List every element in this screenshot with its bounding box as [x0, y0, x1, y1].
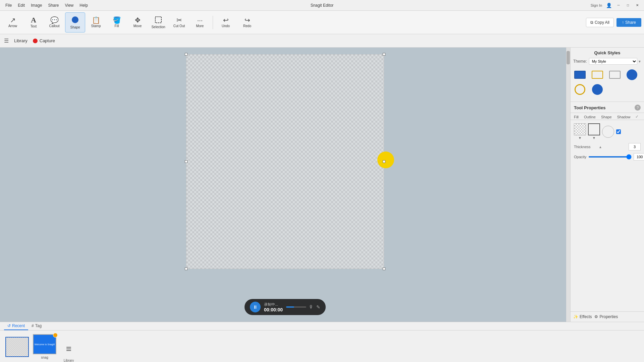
yellow-circle-annotation[interactable] [377, 152, 394, 168]
more-icon: ··· [197, 17, 203, 23]
handle-middle-right[interactable] [383, 160, 385, 163]
style-blue-circle[interactable] [625, 68, 639, 81]
thumb-blank[interactable] [5, 337, 29, 357]
tool-props-header: Tool Properties ? [571, 102, 644, 113]
menu-file[interactable]: File [3, 2, 14, 8]
handle-bottom-right[interactable] [383, 267, 385, 270]
tool-props-title: Tool Properties [574, 105, 605, 110]
tab-outline[interactable]: Outline [583, 114, 597, 120]
menu-view[interactable]: View [62, 2, 76, 8]
scrollbar-thumb[interactable] [567, 51, 570, 64]
handle-middle-left[interactable] [185, 160, 187, 163]
stamp-label: Stamp [91, 24, 101, 28]
handle-bottom-left[interactable] [185, 267, 187, 270]
capture-btn[interactable]: Capture [33, 38, 55, 43]
title-bar-left: File Edit Image Share View Help [3, 2, 91, 8]
copy-all-btn[interactable]: ⧉ Copy All [586, 18, 614, 27]
capture-label: Capture [40, 38, 55, 43]
thumb-checkered [6, 338, 28, 356]
vertical-scrollbar[interactable] [566, 48, 570, 322]
hamburger-icon[interactable]: ☰ [4, 38, 9, 44]
thickness-input[interactable]: 3 [629, 143, 641, 150]
fill-tool[interactable]: 🪣 Fill [107, 12, 127, 33]
library-icon-item[interactable]: ≡ Library [60, 341, 77, 362]
style-blue-circle-solid[interactable] [591, 83, 604, 96]
shape-swatch[interactable] [602, 126, 614, 138]
theme-dropdown-icon[interactable]: ▼ [638, 60, 641, 63]
style-blue-filled[interactable] [573, 68, 587, 81]
style-yellow-circle-outline[interactable] [573, 83, 587, 96]
theme-label: Theme: [573, 59, 587, 64]
thumb-snag[interactable]: Welcome to Snagit! snag [33, 334, 56, 359]
menu-bar: File Edit Image Share View Help [3, 2, 91, 8]
account-icon[interactable]: 👤 [606, 3, 612, 8]
handle-top-left[interactable] [185, 53, 187, 56]
opacity-input[interactable]: 100 [634, 153, 644, 161]
style-gray-outline[interactable] [608, 68, 622, 81]
main-area: ⏸ 录制中... 00:00:00 🎙 ✎ [0, 48, 644, 322]
bottom-panel: ↺ Recent # Tag Welcome to Snagit! snag [0, 322, 644, 362]
effects-btn[interactable]: ✨ Effects [573, 314, 592, 319]
minimize-btn[interactable]: ─ [614, 2, 623, 9]
tab-shadow[interactable]: Shadow [616, 114, 632, 120]
tab-recent[interactable]: ↺ Recent [4, 322, 28, 330]
menu-help[interactable]: Help [77, 2, 91, 8]
canvas-area[interactable]: ⏸ 录制中... 00:00:00 🎙 ✎ [0, 48, 570, 322]
style-yellow-outline[interactable] [591, 68, 604, 81]
undo-btn[interactable]: ↩ Undo [216, 12, 236, 33]
selection-tool[interactable]: Selection [148, 12, 168, 33]
selection-icon [155, 16, 162, 24]
move-tool[interactable]: ✥ Move [127, 12, 148, 33]
rec-info: 录制中... 00:00:00 [264, 302, 283, 312]
effects-icon: ✨ [573, 314, 578, 319]
arrow-tool[interactable]: ↗ Arrow [3, 12, 23, 33]
tab-shape[interactable]: Shape [600, 114, 613, 120]
callout-tool[interactable]: 💬 Callout [44, 12, 64, 33]
shape-tool[interactable]: Shape [65, 12, 85, 33]
shape-icon [71, 16, 79, 25]
rec-mic-btn[interactable]: 🎙 [309, 304, 314, 310]
opacity-slider[interactable] [588, 156, 632, 158]
toolbar: ↗ Arrow A Text 💬 Callout Shape 📋 Stamp 🪣… [0, 11, 644, 34]
toolbar-tools: ↗ Arrow A Text 💬 Callout Shape 📋 Stamp 🪣… [3, 12, 210, 33]
sign-in[interactable]: Sign In [591, 3, 602, 7]
rec-edit-btn[interactable]: ✎ [316, 304, 320, 310]
tab-fill[interactable]: Fill [573, 114, 580, 120]
menu-image[interactable]: Image [28, 2, 45, 8]
maximize-btn[interactable]: □ [624, 2, 632, 9]
stamp-tool[interactable]: 📋 Stamp [86, 12, 106, 33]
copy-all-icon: ⧉ [590, 20, 593, 25]
tab-tag[interactable]: # Tag [28, 322, 45, 330]
fill-dropdown[interactable]: ▼ [578, 136, 582, 140]
right-panel: Quick Styles Theme: My Style ▼ [570, 48, 644, 322]
fill-label: Fill [115, 24, 119, 28]
redo-btn[interactable]: ↪ Redo [237, 12, 257, 33]
help-btn[interactable]: ? [635, 105, 641, 111]
text-tool[interactable]: A Text [23, 12, 44, 33]
theme-select[interactable]: My Style [589, 58, 637, 65]
close-btn[interactable]: ✕ [633, 2, 641, 9]
outline-dropdown[interactable]: ▼ [592, 136, 596, 140]
more-btn[interactable]: ··· More [190, 12, 210, 33]
handle-top-right[interactable] [383, 53, 385, 56]
shadow-checkbox[interactable] [616, 129, 621, 134]
share-btn[interactable]: ↑ Share [616, 18, 641, 27]
copy-all-label: Copy All [595, 20, 609, 25]
properties-btn[interactable]: ⚙ Properties [594, 314, 618, 319]
library-nav[interactable]: Library [14, 38, 28, 43]
more-label: More [196, 24, 204, 28]
menu-share[interactable]: Share [45, 2, 61, 8]
toolbar-right: ⧉ Copy All ↑ Share [586, 18, 641, 27]
shadow-check [616, 129, 621, 134]
menu-edit[interactable]: Edit [15, 2, 28, 8]
cutout-tool[interactable]: ✂ Cut Out [169, 12, 189, 33]
snag-thumb-content: Welcome to Snagit! [34, 335, 56, 354]
callout-label: Callout [49, 24, 59, 28]
outline-swatch[interactable] [588, 123, 600, 135]
rec-pause-btn[interactable]: ⏸ [250, 302, 261, 312]
app-title: Snagit Editor [311, 3, 334, 8]
fill-swatch[interactable] [574, 123, 586, 135]
rec-time: 00:00:00 [264, 307, 283, 312]
thickness-label: Thickness [574, 145, 597, 149]
arrow-label: Arrow [8, 24, 17, 28]
